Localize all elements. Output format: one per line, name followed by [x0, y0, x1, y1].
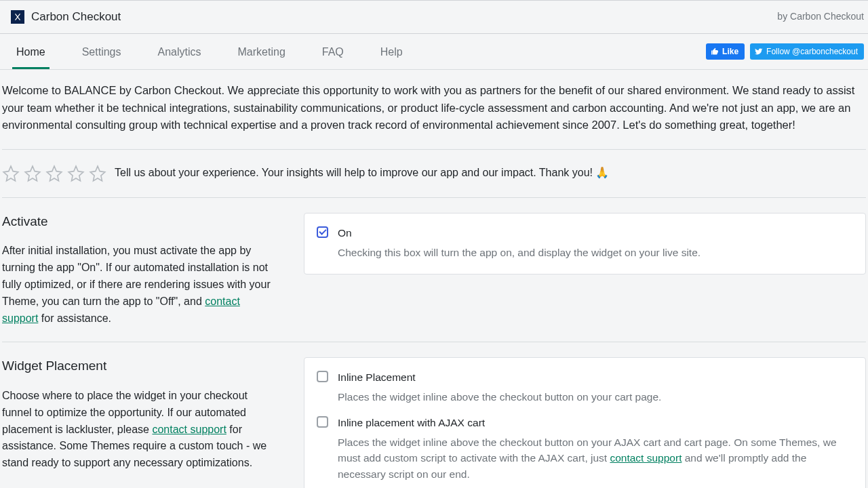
thumbs-up-icon — [711, 47, 719, 56]
placement-ajax-row: Inline placement with AJAX cart Places t… — [317, 415, 853, 481]
activate-title: Activate — [2, 213, 277, 231]
tab-list: Home Settings Analytics Marketing FAQ He… — [12, 34, 407, 69]
activate-left: Activate After initial installation, you… — [2, 213, 277, 327]
placement-inline-help: Places the widget inline above the check… — [338, 389, 853, 405]
intro-text: Welcome to BALANCE by Carbon Checkout. W… — [2, 82, 866, 134]
placement-right: Inline Placement Places the widget inlin… — [304, 357, 866, 488]
activate-desc-after: for assistance. — [38, 312, 111, 324]
facebook-like-button[interactable]: Like — [706, 43, 745, 60]
rating-stars — [2, 165, 106, 182]
divider — [2, 342, 866, 342]
twitter-bird-icon — [755, 47, 763, 56]
placement-inline-checkbox[interactable] — [317, 371, 328, 382]
placement-section: Widget Placement Choose where to place t… — [2, 357, 866, 488]
pray-emoji-icon: 🙏 — [595, 167, 609, 178]
star-icon[interactable] — [45, 165, 63, 182]
activate-on-body: On Checking this box will turn the app o… — [338, 226, 853, 260]
social-buttons: Like Follow @carboncheckout — [706, 43, 864, 60]
activate-desc: After initial installation, you must act… — [2, 243, 277, 327]
facebook-like-label: Like — [722, 46, 738, 58]
activate-right: On Checking this box will turn the app o… — [304, 213, 866, 274]
contact-support-link[interactable]: contact support — [152, 424, 226, 435]
app-byline: by Carbon Checkout — [777, 10, 864, 24]
placement-desc: Choose where to place the widget in your… — [2, 388, 277, 472]
tab-analytics[interactable]: Analytics — [154, 34, 205, 69]
rating-row: Tell us about your experience. Your insi… — [2, 165, 866, 182]
placement-card: Inline Placement Places the widget inlin… — [304, 357, 866, 488]
tab-faq[interactable]: FAQ — [318, 34, 348, 69]
tab-marketing[interactable]: Marketing — [234, 34, 290, 69]
star-icon[interactable] — [2, 165, 20, 182]
activate-section: Activate After initial installation, you… — [2, 213, 866, 327]
app-logo-icon — [11, 10, 24, 24]
star-icon[interactable] — [24, 165, 41, 182]
placement-ajax-label: Inline placement with AJAX cart — [338, 415, 853, 430]
twitter-follow-button[interactable]: Follow @carboncheckout — [750, 43, 864, 60]
star-icon[interactable] — [89, 165, 106, 182]
brand-row: Carbon Checkout — [11, 9, 121, 25]
divider — [2, 197, 866, 198]
star-icon[interactable] — [67, 165, 85, 182]
placement-inline-label: Inline Placement — [338, 370, 853, 385]
tab-home[interactable]: Home — [12, 34, 50, 69]
rating-prompt-text: Tell us about your experience. Your insi… — [115, 167, 593, 178]
activate-on-row: On Checking this box will turn the app o… — [317, 226, 853, 260]
placement-inline-body: Inline Placement Places the widget inlin… — [338, 370, 853, 405]
activate-on-help: Checking this box will turn the app on, … — [338, 245, 853, 260]
placement-ajax-body: Inline placement with AJAX cart Places t… — [338, 415, 853, 481]
placement-ajax-help: Places the widget inline above the check… — [338, 434, 853, 482]
app-title: Carbon Checkout — [31, 9, 121, 25]
rating-prompt: Tell us about your experience. Your insi… — [115, 165, 609, 182]
placement-left: Widget Placement Choose where to place t… — [2, 357, 277, 472]
divider — [2, 149, 866, 150]
activate-on-checkbox[interactable] — [317, 226, 328, 238]
app-header: Carbon Checkout by Carbon Checkout — [0, 0, 868, 34]
activate-card: On Checking this box will turn the app o… — [304, 213, 866, 274]
tab-help[interactable]: Help — [376, 34, 407, 69]
twitter-follow-label: Follow @carboncheckout — [766, 46, 858, 58]
tab-settings[interactable]: Settings — [78, 34, 125, 69]
placement-inline-row: Inline Placement Places the widget inlin… — [317, 370, 853, 405]
activate-on-label: On — [338, 226, 853, 241]
tabs-row: Home Settings Analytics Marketing FAQ He… — [0, 34, 868, 70]
placement-ajax-checkbox[interactable] — [317, 416, 328, 428]
placement-title: Widget Placement — [2, 357, 277, 375]
contact-support-link[interactable]: contact support — [610, 452, 682, 464]
